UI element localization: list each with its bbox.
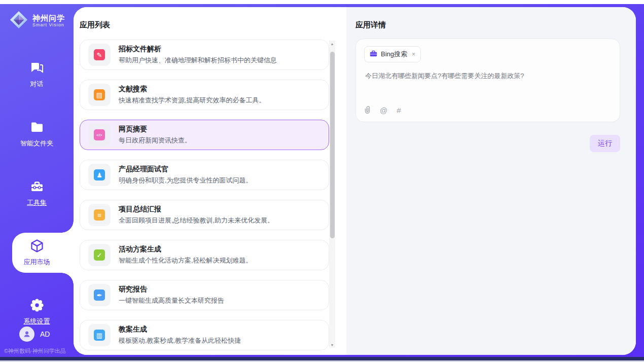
- pencil-icon: ✎: [88, 44, 111, 66]
- scroll-down-icon[interactable]: ▼: [329, 342, 335, 348]
- paperclip-icon[interactable]: [364, 105, 371, 115]
- brand-name: 神州问学: [32, 14, 65, 22]
- app-card[interactable]: </> 网页摘要 每日政府新闻资讯快查。: [80, 120, 329, 150]
- hash-icon[interactable]: #: [397, 106, 401, 114]
- app-title: 项目总结汇报: [119, 205, 274, 214]
- sidebar-item-label: 智能文件夹: [20, 139, 53, 148]
- app-card[interactable]: ≡ 项目总结汇报 全面回顾项目进展,总结经验教训,助力未来优化发展。: [80, 200, 329, 230]
- books-icon: ▥: [88, 324, 111, 346]
- app-desc: 每日政府新闻资讯快查。: [119, 136, 191, 145]
- sidebar-item-label: 工具集: [27, 198, 47, 207]
- code-window-icon: </>: [88, 124, 111, 146]
- run-row: 运行: [355, 135, 620, 152]
- sidebar-item-toolset[interactable]: 工具集: [0, 173, 74, 213]
- gear-icon: [30, 298, 44, 312]
- app-list-title: 应用列表: [80, 20, 346, 30]
- app-card[interactable]: ▤ 文献搜索 快速精准查找学术资源,提高研究效率的必备工具。: [80, 80, 329, 110]
- close-icon[interactable]: ×: [412, 51, 415, 58]
- app-card[interactable]: ✓ 活动方案生成 智能生成个性化活动方案,轻松解决规划难题。: [80, 240, 329, 270]
- app-desc: 模板驱动,教案秒成,教学准备从此轻松快捷: [119, 336, 241, 345]
- toolbox-icon: [30, 179, 44, 194]
- folder-icon: [30, 120, 44, 134]
- user-initials: AD: [40, 330, 50, 338]
- app-desc: 全面回顾项目进展,总结经验教训,助力未来优化发展。: [119, 216, 274, 225]
- brand-logo: 神州问学 Smart Vision: [0, 4, 74, 31]
- clipboard-check-icon: ✓: [88, 244, 111, 266]
- app-window: 神州问学 Smart Vision 对话: [0, 0, 644, 362]
- sidebar-item-smart-folder[interactable]: 智能文件夹: [0, 114, 74, 154]
- app-title: 网页摘要: [119, 125, 191, 134]
- tool-chip-bing-search[interactable]: Bing搜索 ×: [364, 46, 421, 62]
- app-card[interactable]: ▥ 教案生成 模板驱动,教案秒成,教学准备从此轻松快捷: [80, 320, 329, 350]
- copyright-footer: ©神州数码·神州问学出品: [4, 347, 66, 355]
- interviewer-icon: ♟: [88, 164, 111, 186]
- app-title: 活动方案生成: [119, 245, 253, 254]
- cube-icon: [30, 239, 44, 253]
- app-desc: 智能生成个性化活动方案,轻松解决规划难题。: [119, 256, 253, 265]
- app-desc: 明确身份和职责,为您提供专业性的面试问题。: [119, 176, 253, 185]
- app-desc: 帮助用户快速、准确地理解和解析招标书中的关键信息: [119, 56, 277, 65]
- app-desc: 快速精准查找学术资源,提高研究效率的必备工具。: [119, 96, 266, 105]
- chat-icon: [29, 61, 45, 75]
- diamond-logo-icon: [9, 10, 28, 31]
- tool-chip-label: Bing搜索: [381, 50, 407, 59]
- app-title: 研究报告: [119, 285, 224, 294]
- app-list-panel: 应用列表 ✎ 招标文件解析 帮助用户快速、准确地理解和解析招标书中的关键信息 ▤…: [74, 7, 346, 355]
- app-title: 教案生成: [119, 325, 241, 334]
- run-button[interactable]: 运行: [590, 135, 620, 152]
- app-card[interactable]: ✒ 研究报告 一键智能生成高质量长文本研究报告: [80, 280, 329, 310]
- sidebar-item-app-market[interactable]: 应用市场: [0, 233, 74, 273]
- app-detail-title: 应用详情: [355, 20, 620, 30]
- prompt-card: Bing搜索 × 今日湖北有哪些新闻要点?有哪些需要关注的最新政策? @ #: [355, 39, 620, 122]
- app-title: 产品经理面试官: [119, 165, 253, 174]
- prompt-textarea[interactable]: 今日湖北有哪些新闻要点?有哪些需要关注的最新政策?: [365, 71, 612, 105]
- app-card-list: ✎ 招标文件解析 帮助用户快速、准确地理解和解析招标书中的关键信息 ▤ 文献搜索…: [80, 40, 329, 354]
- research-icon: ✒: [88, 284, 111, 306]
- at-icon[interactable]: @: [380, 106, 387, 114]
- sidebar: 神州问学 Smart Vision 对话: [0, 4, 74, 357]
- app-desc: 一键智能生成高质量长文本研究报告: [119, 296, 224, 305]
- app-card[interactable]: ♟ 产品经理面试官 明确身份和职责,为您提供专业性的面试问题。: [80, 160, 329, 190]
- brand-subtitle: Smart Vision: [32, 22, 65, 28]
- sidebar-item-label: 系统设置: [24, 317, 50, 326]
- avatar: [19, 327, 34, 342]
- user-account[interactable]: AD: [19, 327, 50, 342]
- list-scrollbar[interactable]: ▲ ▼: [329, 41, 335, 348]
- report-list-icon: ≡: [88, 204, 111, 226]
- app-title: 招标文件解析: [119, 45, 277, 54]
- app-detail-panel: 应用详情 Bing搜索 × 今日湖北有哪些新闻要点?有哪些需要关注的最新政策?: [346, 7, 636, 355]
- window-top-edge: [0, 0, 644, 4]
- sidebar-item-chat[interactable]: 对话: [0, 55, 74, 95]
- briefcase-icon: [370, 50, 377, 59]
- window-bottom-bar: [0, 357, 644, 360]
- app-title: 文献搜索: [119, 85, 266, 94]
- scroll-up-icon[interactable]: ▲: [329, 41, 335, 47]
- sidebar-nav: 对话 智能文件夹: [0, 55, 74, 332]
- scrollbar-thumb[interactable]: [330, 52, 335, 238]
- attachment-toolbar: @ #: [364, 105, 612, 116]
- sidebar-item-label: 应用市场: [24, 258, 50, 267]
- sidebar-item-label: 对话: [30, 80, 44, 89]
- book-icon: ▤: [88, 84, 111, 106]
- app-card[interactable]: ✎ 招标文件解析 帮助用户快速、准确地理解和解析招标书中的关键信息: [80, 40, 329, 70]
- main-content: 应用列表 ✎ 招标文件解析 帮助用户快速、准确地理解和解析招标书中的关键信息 ▤…: [74, 7, 636, 355]
